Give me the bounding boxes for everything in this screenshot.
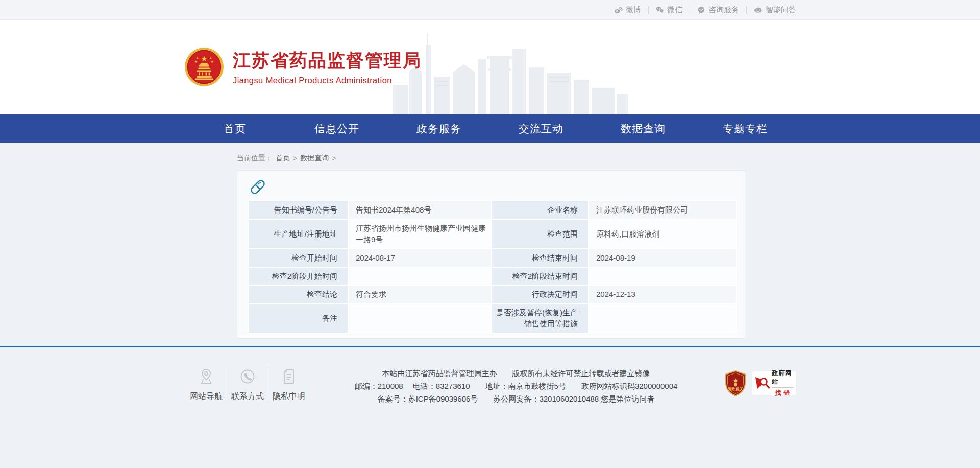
footer-link-label: 隐私申明 [273, 391, 305, 402]
site-title: 江苏省药品监督管理局 [233, 49, 422, 73]
table-row: 告知书编号/公告号 告知书2024年第408号 企业名称 江苏联环药业股份有限公… [248, 200, 736, 219]
footer-line-contact: 邮编：210008 电话：83273610 地址：南京市鼓楼街5号 政府网站标识… [308, 380, 724, 392]
magnifier-flag-icon [754, 375, 770, 391]
inspection-detail-table: 告知书编号/公告号 告知书2024年第408号 企业名称 江苏联环药业股份有限公… [248, 200, 737, 334]
field-value-end-date: 2024-08-19 [589, 249, 736, 267]
footer-line-icp: 备案号：苏ICP备09039606号 苏公网安备：32010602010488 … [308, 392, 724, 405]
field-label-notice-number: 告知书编号/公告号 [248, 200, 348, 219]
footer-link-contact[interactable]: 联系方式 [228, 366, 267, 402]
gov-site-error-report-badge[interactable]: 政府网站 找错 [752, 371, 796, 395]
smart-qa-link[interactable]: 智能问答 [754, 5, 796, 15]
finder-badge-action: 找错 [775, 389, 793, 397]
site-brand[interactable]: ★ ★ ★ ★ ★ 江苏省药品监督管 [184, 46, 422, 87]
main-content: 当前位置： 首页 > 数据查询 > 告知书编号/公告号 告知书2024年第40 [0, 143, 980, 339]
field-label-decision-date: 行政决定时间 [492, 285, 589, 303]
footer-line-host: 本站由江苏省药品监督管理局主办 版权所有未经许可禁止转载或者建立镜像 [308, 367, 724, 380]
table-row: 生产地址/注册地址 江苏省扬州市扬州生物健康产业园健康一路9号 检查范围 原料药… [248, 219, 736, 249]
field-value-decision-date: 2024-12-13 [589, 285, 736, 303]
field-label-inspection-scope: 检查范围 [492, 219, 589, 249]
finder-badge-divider [772, 387, 793, 388]
robot-qa-icon [754, 6, 763, 14]
nav-item-interaction[interactable]: 交流互动 [490, 114, 592, 143]
map-pin-icon [197, 368, 215, 385]
topbar-separator [690, 6, 690, 14]
nav-item-special-topics[interactable]: 专题专栏 [694, 114, 796, 143]
svg-text:★: ★ [209, 56, 212, 60]
site-header: ★ ★ ★ ★ ★ 江苏省药品监督管 [0, 20, 980, 114]
party-gov-shield-badge[interactable]: ★ 党政机关 [724, 370, 747, 396]
inspection-detail-panel: 告知书编号/公告号 告知书2024年第408号 企业名称 江苏联环药业股份有限公… [237, 170, 745, 339]
nav-item-data-query[interactable]: 数据查询 [592, 114, 694, 143]
field-label-phase2-end: 检查2阶段结束时间 [492, 267, 589, 286]
national-emblem-logo: ★ ★ ★ ★ ★ [184, 46, 225, 87]
document-icon [280, 368, 298, 385]
consult-service-label: 咨询服务 [708, 5, 739, 15]
site-footer: 网站导航 联系方式 隐私申明 [0, 347, 980, 405]
field-value-phase2-end [589, 267, 736, 286]
breadcrumb-prefix: 当前位置： [237, 154, 273, 163]
field-label-address: 生产地址/注册地址 [248, 219, 348, 249]
main-navigation: 首页 信息公开 政务服务 交流互动 数据查询 专题专栏 [0, 114, 980, 143]
weibo-icon [614, 6, 623, 14]
wechat-label: 微信 [667, 5, 682, 15]
svg-text:★: ★ [211, 60, 214, 63]
breadcrumb-data-query-link[interactable]: 数据查询 [300, 154, 329, 163]
field-label-start-date: 检查开始时间 [248, 249, 348, 267]
table-row: 检查开始时间 2024-08-17 检查结束时间 2024-08-19 [248, 249, 736, 267]
footer-link-label: 联系方式 [231, 391, 264, 402]
table-row: 检查结论 符合要求 行政决定时间 2024-12-13 [248, 285, 736, 303]
top-utility-bar: 微博 微信 咨询服务 [0, 0, 980, 20]
footer-link-separator [268, 367, 268, 402]
field-value-phase2-start [348, 267, 492, 286]
svg-text:党政机关: 党政机关 [727, 387, 744, 391]
field-value-start-date: 2024-08-17 [348, 249, 492, 267]
weibo-link[interactable]: 微博 [614, 5, 641, 15]
footer-link-sitemap[interactable]: 网站导航 [187, 366, 226, 402]
breadcrumb-separator: > [332, 154, 336, 162]
field-label-company-name: 企业名称 [492, 200, 589, 219]
field-label-phase2-start: 检查2阶段开始时间 [248, 267, 348, 286]
svg-text:★: ★ [201, 54, 207, 63]
site-subtitle: Jiangsu Medical Products Administration [233, 76, 422, 85]
field-value-notice-number: 告知书2024年第408号 [348, 200, 492, 219]
footer-legal-text: 本站由江苏省药品监督管理局主办 版权所有未经许可禁止转载或者建立镜像 邮编：21… [308, 366, 724, 405]
consult-service-link[interactable]: 咨询服务 [697, 5, 739, 15]
breadcrumb-home-link[interactable]: 首页 [276, 154, 290, 163]
footer-quick-links: 网站导航 联系方式 隐私申明 [187, 366, 308, 402]
table-row: 备注 是否涉及暂停(恢复)生产销售使用等措施 [248, 303, 736, 333]
phone-icon [238, 368, 257, 385]
field-label-suspension-measures: 是否涉及暂停(恢复)生产销售使用等措施 [492, 303, 589, 333]
chat-service-icon [697, 6, 705, 14]
field-value-remarks [348, 303, 492, 333]
finder-badge-text: 政府网站 找错 [772, 369, 793, 397]
field-value-suspension-measures [589, 303, 736, 333]
footer-link-label: 网站导航 [190, 391, 223, 402]
field-label-remarks: 备注 [248, 303, 348, 333]
field-value-inspection-scope: 原料药,口服溶液剂 [589, 219, 736, 249]
svg-text:★: ★ [196, 56, 199, 60]
nav-item-info-disclosure[interactable]: 信息公开 [286, 114, 388, 143]
field-value-conclusion: 符合要求 [348, 285, 492, 303]
table-row: 检查2阶段开始时间 检查2阶段结束时间 [248, 267, 736, 286]
topbar-separator [648, 6, 649, 14]
wechat-link[interactable]: 微信 [656, 5, 682, 15]
breadcrumb: 当前位置： 首页 > 数据查询 > [237, 151, 796, 166]
footer-link-separator [227, 367, 227, 402]
field-value-address: 江苏省扬州市扬州生物健康产业园健康一路9号 [348, 219, 492, 249]
field-value-company-name: 江苏联环药业股份有限公司 [589, 200, 736, 219]
field-label-conclusion: 检查结论 [248, 285, 348, 303]
topbar-separator [746, 6, 747, 14]
finder-badge-title: 政府网站 [772, 369, 793, 386]
nav-item-home[interactable]: 首页 [184, 114, 286, 143]
wechat-icon [656, 6, 664, 13]
smart-qa-label: 智能问答 [766, 5, 796, 15]
svg-text:★: ★ [194, 60, 198, 63]
footer-link-privacy[interactable]: 隐私申明 [270, 366, 308, 402]
weibo-label: 微博 [626, 5, 641, 15]
breadcrumb-separator: > [293, 154, 297, 162]
footer-badges: ★ 党政机关 政府网站 找错 [724, 370, 796, 396]
city-skyline-image [393, 28, 628, 114]
nav-item-gov-services[interactable]: 政务服务 [388, 114, 490, 143]
field-label-end-date: 检查结束时间 [492, 249, 589, 267]
pill-capsule-icon [249, 178, 267, 196]
